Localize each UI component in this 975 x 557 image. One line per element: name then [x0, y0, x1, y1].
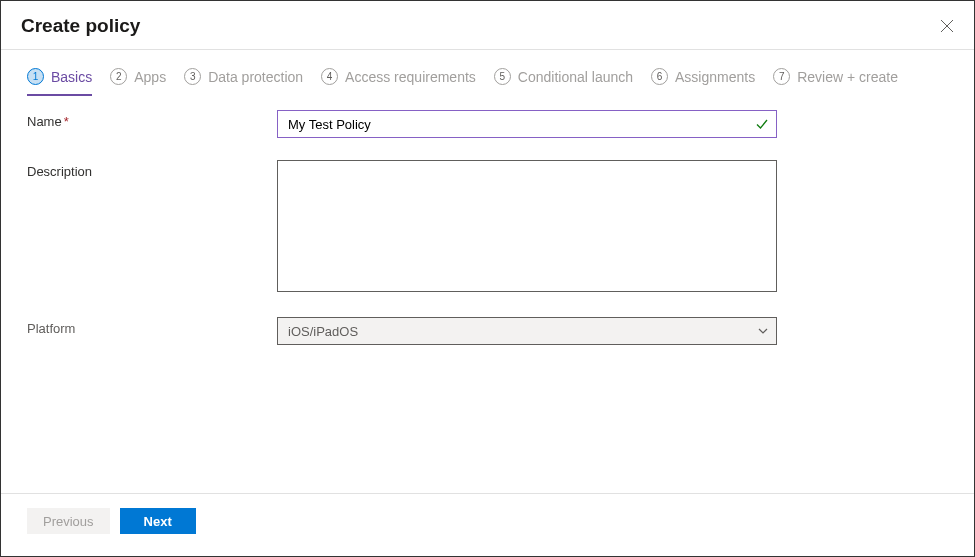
description-label: Description: [27, 164, 92, 179]
previous-button[interactable]: Previous: [27, 508, 110, 534]
platform-value: iOS/iPadOS: [277, 317, 777, 345]
step-number: 1: [27, 68, 44, 85]
tab-assignments[interactable]: 6 Assignments: [651, 68, 755, 95]
required-indicator: *: [64, 114, 69, 129]
tab-review-create[interactable]: 7 Review + create: [773, 68, 898, 95]
tab-apps[interactable]: 2 Apps: [110, 68, 166, 95]
form-area: Name* Description Platform iOS/iPadOS: [1, 96, 974, 381]
tab-access-requirements[interactable]: 4 Access requirements: [321, 68, 476, 95]
step-label: Access requirements: [345, 69, 476, 85]
header: Create policy: [1, 1, 974, 50]
tab-basics[interactable]: 1 Basics: [27, 68, 92, 95]
step-label: Basics: [51, 69, 92, 85]
step-number: 3: [184, 68, 201, 85]
wizard-tabs: 1 Basics 2 Apps 3 Data protection 4 Acce…: [1, 50, 974, 96]
step-number: 5: [494, 68, 511, 85]
step-label: Apps: [134, 69, 166, 85]
form-row-name: Name*: [27, 110, 948, 138]
step-label: Conditional launch: [518, 69, 633, 85]
form-row-description: Description: [27, 160, 948, 295]
step-number: 4: [321, 68, 338, 85]
name-label: Name: [27, 114, 62, 129]
platform-select[interactable]: iOS/iPadOS: [277, 317, 777, 345]
platform-label: Platform: [27, 321, 75, 336]
close-icon[interactable]: [940, 19, 954, 33]
page-title: Create policy: [21, 15, 140, 37]
tab-conditional-launch[interactable]: 5 Conditional launch: [494, 68, 633, 95]
footer: Previous Next: [1, 493, 974, 556]
step-label: Data protection: [208, 69, 303, 85]
next-button[interactable]: Next: [120, 508, 196, 534]
checkmark-icon: [755, 117, 769, 131]
step-number: 6: [651, 68, 668, 85]
form-row-platform: Platform iOS/iPadOS: [27, 317, 948, 345]
tab-data-protection[interactable]: 3 Data protection: [184, 68, 303, 95]
step-number: 7: [773, 68, 790, 85]
step-label: Assignments: [675, 69, 755, 85]
description-input[interactable]: [277, 160, 777, 292]
chevron-down-icon: [757, 325, 769, 337]
step-label: Review + create: [797, 69, 898, 85]
name-input[interactable]: [277, 110, 777, 138]
step-number: 2: [110, 68, 127, 85]
